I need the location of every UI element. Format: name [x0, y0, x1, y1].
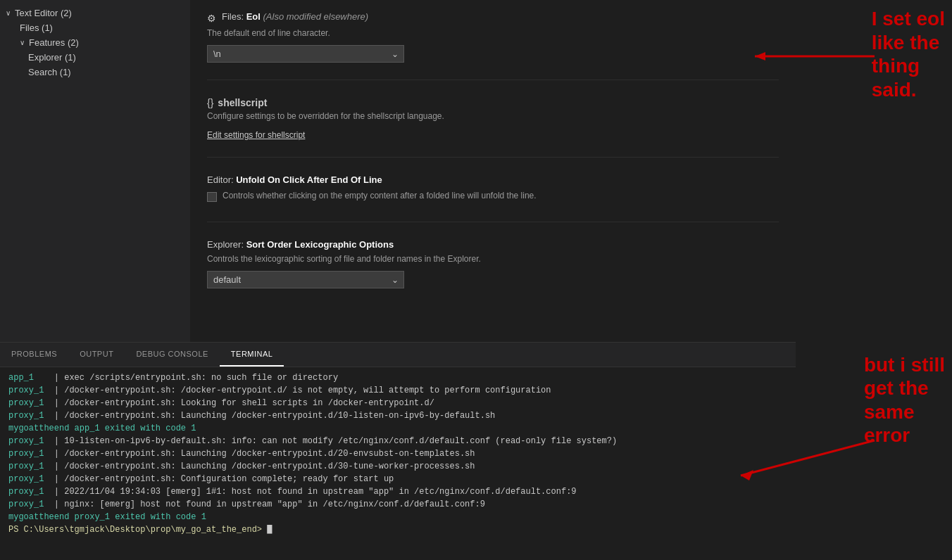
terminal-line: proxy_1 | /docker-entrypoint.sh: Launchi…: [8, 409, 787, 422]
sidebar-item-text-editor[interactable]: ∨ Text Editor (2): [0, 6, 190, 20]
eol-select[interactable]: \n \r\n auto: [207, 45, 404, 63]
sidebar-item-label: Explorer (1): [28, 52, 76, 63]
terminal-line: app_1 | exec /scripts/entrypoint.sh: no …: [8, 371, 787, 384]
eol-description: The default end of line character.: [207, 28, 779, 38]
tab-debug-console[interactable]: DEBUG CONSOLE: [125, 343, 219, 367]
terminal-line: proxy_1 | /docker-entrypoint.sh: Launchi…: [8, 447, 787, 460]
terminal-output: app_1 | exec /scripts/entrypoint.sh: no …: [0, 367, 796, 560]
tab-problems[interactable]: PROBLEMS: [0, 343, 68, 367]
sidebar-item-label: Features (2): [29, 37, 79, 48]
sidebar-item-features[interactable]: ∨ Features (2): [0, 35, 190, 50]
sidebar-item-label: Files (1): [20, 23, 53, 33]
annotation-top: I set eollike thethingsaid.: [872, 7, 945, 101]
settings-panel: ⚙ Files: Eol (Also modified elsewhere) T…: [190, 0, 796, 342]
shellscript-edit-link[interactable]: Edit settings for shellscript: [207, 130, 305, 140]
tab-output[interactable]: OUTPUT: [68, 343, 125, 367]
unfold-title: Editor: Unfold On Click After End Of Lin…: [207, 174, 382, 185]
bottom-panel: PROBLEMS OUTPUT DEBUG CONSOLE TERMINAL a…: [0, 342, 796, 560]
tab-terminal[interactable]: TERMINAL: [220, 343, 284, 367]
terminal-line: proxy_1 | nginx: [emerg] host not found …: [8, 498, 787, 511]
setting-unfold: Editor: Unfold On Click After End Of Lin…: [207, 174, 779, 222]
sort-order-select-wrapper[interactable]: default upper lower: [207, 271, 404, 288]
sidebar-item-explorer[interactable]: Explorer (1): [0, 50, 190, 65]
gear-icon: ⚙: [207, 13, 216, 24]
sidebar-item-search[interactable]: Search (1): [0, 65, 190, 79]
unfold-checkbox-row: Controls whether clicking on the empty c…: [207, 191, 779, 202]
braces-icon: {}: [207, 97, 213, 108]
terminal-line: mygoattheend app_1 exited with code 1: [8, 422, 787, 435]
unfold-description: Controls whether clicking on the empty c…: [223, 191, 537, 201]
sidebar-item-label: Search (1): [28, 67, 71, 77]
chevron-down-icon: ∨: [20, 39, 25, 46]
sidebar: ∨ Text Editor (2) Files (1) ∨ Features (…: [0, 0, 190, 342]
shellscript-description: Configure settings to be overridden for …: [207, 111, 779, 121]
terminal-line: proxy_1 | 2022/11/04 19:34:03 [emerg] 1#…: [8, 485, 787, 498]
terminal-line: proxy_1 | /docker-entrypoint.sh: Configu…: [8, 473, 787, 485]
annotation-bottom: but i stillget thesameerror: [864, 353, 945, 447]
chevron-down-icon: ∨: [6, 9, 11, 17]
annotation-overlay: I set eollike thethingsaid. but i stillg…: [797, 0, 952, 560]
setting-shellscript: {} shellscript Configure settings to be …: [207, 97, 779, 158]
panel-tabs: PROBLEMS OUTPUT DEBUG CONSOLE TERMINAL: [0, 343, 796, 367]
setting-sort-order: Explorer: Sort Order Lexicographic Optio…: [207, 239, 779, 305]
terminal-line: proxy_1 | 10-listen-on-ipv6-by-default.s…: [8, 435, 787, 447]
sidebar-item-files[interactable]: Files (1): [0, 20, 190, 35]
terminal-line: PS C:\Users\tgmjack\Desktop\prop\my_go_a…: [8, 523, 787, 536]
terminal-line: mygoattheend proxy_1 exited with code 1: [8, 511, 787, 523]
terminal-line: proxy_1 | /docker-entrypoint.sh: /docker…: [8, 384, 787, 397]
eol-title: Files: Eol (Also modified elsewhere): [222, 11, 368, 22]
terminal-line: proxy_1 | /docker-entrypoint.sh: Looking…: [8, 397, 787, 409]
eol-select-wrapper[interactable]: \n \r\n auto: [207, 45, 404, 63]
sort-order-title: Explorer: Sort Order Lexicographic Optio…: [207, 239, 394, 250]
unfold-checkbox[interactable]: [207, 192, 217, 202]
sort-order-select[interactable]: default upper lower: [207, 271, 404, 288]
sort-order-description: Controls the lexicographic sorting of fi…: [207, 254, 779, 264]
terminal-line: proxy_1 | /docker-entrypoint.sh: Launchi…: [8, 460, 787, 473]
shellscript-title: shellscript: [218, 97, 267, 108]
sidebar-item-label: Text Editor (2): [15, 8, 72, 18]
setting-eol: ⚙ Files: Eol (Also modified elsewhere) T…: [207, 11, 779, 80]
